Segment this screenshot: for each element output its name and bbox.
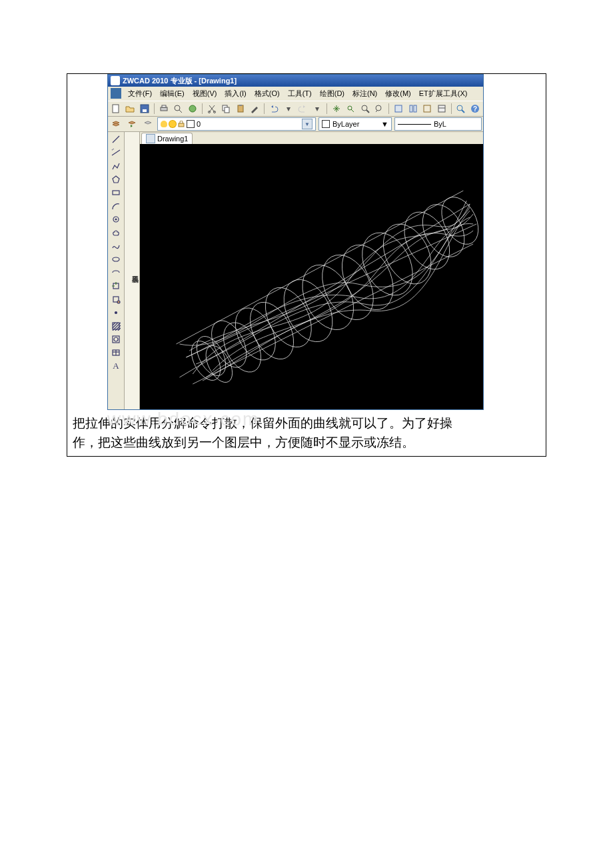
new-icon[interactable]	[109, 102, 123, 115]
tool-palettes-icon[interactable]	[420, 102, 434, 115]
svg-point-36	[115, 219, 117, 220]
svg-rect-34	[113, 191, 119, 195]
xline-icon[interactable]	[110, 147, 122, 159]
layer-prev-icon[interactable]	[125, 117, 139, 131]
separator	[154, 103, 155, 114]
ellipse-arc-icon[interactable]	[110, 267, 122, 279]
polygon-icon[interactable]	[110, 173, 122, 185]
zoom-icon[interactable]	[454, 102, 468, 115]
menu-view[interactable]: 视图(V)	[189, 88, 221, 99]
help-icon[interactable]: ?	[468, 102, 482, 115]
draw-toolbar: A	[108, 132, 125, 409]
point-icon[interactable]	[110, 307, 122, 319]
undo-icon[interactable]	[267, 102, 281, 115]
circle-icon[interactable]	[110, 213, 122, 225]
preview-icon[interactable]	[171, 102, 185, 115]
workspace: A 工具选项板 Drawing1	[108, 132, 483, 409]
drawing-viewport[interactable]	[140, 144, 483, 409]
layer-color-icon	[187, 120, 195, 128]
svg-point-61	[292, 256, 364, 339]
svg-point-57	[227, 301, 284, 367]
zoom-prev-icon[interactable]	[373, 102, 386, 115]
separator	[326, 103, 327, 114]
ellipse-icon[interactable]	[110, 253, 122, 265]
spline-icon[interactable]	[110, 240, 122, 252]
window-title: ZWCAD 2010 专业版 - [Drawing1]	[123, 75, 237, 87]
region-icon[interactable]	[110, 333, 122, 345]
svg-line-15	[351, 109, 354, 112]
copy-icon[interactable]	[219, 102, 233, 115]
svg-point-16	[362, 105, 367, 111]
menu-draw[interactable]: 绘图(D)	[316, 88, 348, 99]
paste-icon[interactable]	[234, 102, 247, 115]
menu-format[interactable]: 格式(O)	[251, 88, 284, 99]
standard-toolbar: ▾ ▾ ?	[108, 101, 483, 117]
redo-drop-icon[interactable]: ▾	[310, 102, 324, 115]
menu-insert[interactable]: 插入(I)	[221, 88, 250, 99]
zoom-window-icon[interactable]	[358, 102, 372, 115]
matchprop-icon[interactable]	[249, 102, 262, 115]
open-icon[interactable]	[124, 102, 137, 115]
line-icon[interactable]	[110, 133, 122, 145]
layer-on-icon	[161, 121, 167, 127]
menu-file[interactable]: 文件(F)	[124, 88, 156, 99]
tool-palette-strip[interactable]: 工具选项板	[125, 132, 140, 409]
mtext-icon[interactable]: A	[110, 360, 122, 372]
chevron-down-icon[interactable]: ▼	[302, 119, 312, 129]
make-block-icon[interactable]	[110, 293, 122, 305]
caption-line2: 作，把这些曲线放到另一个图层中，方便随时不显示或冻结。	[73, 435, 414, 449]
svg-point-40	[117, 301, 120, 303]
menu-modify[interactable]: 修改(M)	[381, 88, 415, 99]
svg-point-44	[114, 337, 118, 341]
revcloud-icon[interactable]	[110, 227, 122, 239]
pan-icon[interactable]	[330, 102, 343, 115]
document-tabs: Drawing1	[140, 132, 483, 144]
svg-rect-11	[225, 107, 229, 113]
svg-point-53	[191, 331, 231, 380]
svg-point-18	[376, 105, 381, 111]
menu-tools[interactable]: 工具(T)	[284, 88, 316, 99]
menu-edit[interactable]: 编辑(E)	[156, 88, 189, 99]
document-cell: ZWCAD 2010 专业版 - [Drawing1] 文件(F) 编辑(E) …	[67, 73, 546, 457]
document-icon	[146, 134, 155, 143]
app-menu-icon[interactable]	[111, 88, 121, 99]
svg-line-49	[186, 224, 476, 357]
svg-line-6	[179, 110, 182, 113]
insert-block-icon[interactable]	[110, 280, 122, 292]
color-dropdown[interactable]: ByLayer ▼	[318, 117, 392, 131]
svg-point-59	[256, 280, 320, 355]
layer-dropdown[interactable]: 0 ▼	[157, 117, 316, 131]
layer-lock-icon	[178, 121, 185, 127]
svg-line-32	[112, 149, 114, 150]
layer-freeze-icon	[169, 121, 176, 127]
svg-point-63	[332, 236, 404, 319]
publish-icon[interactable]	[186, 102, 199, 115]
rectangle-icon[interactable]	[110, 187, 122, 199]
linetype-dropdown[interactable]: ByL	[394, 117, 482, 131]
layer-states-icon[interactable]	[141, 117, 155, 131]
properties-icon[interactable]	[392, 102, 405, 115]
zoom-realtime-icon[interactable]	[344, 102, 357, 115]
save-icon[interactable]	[138, 102, 151, 115]
document-tab[interactable]: Drawing1	[141, 133, 193, 144]
menubar: 文件(F) 编辑(E) 视图(V) 插入(I) 格式(O) 工具(T) 绘图(D…	[108, 87, 483, 101]
arc-icon[interactable]	[110, 200, 122, 212]
table-icon[interactable]	[110, 347, 122, 359]
calc-icon[interactable]	[435, 102, 448, 115]
svg-line-31	[112, 150, 120, 155]
layer-manager-icon[interactable]	[109, 117, 123, 131]
menu-dim[interactable]: 标注(N)	[348, 88, 381, 99]
undo-drop-icon[interactable]: ▾	[282, 102, 295, 115]
print-icon[interactable]	[157, 102, 171, 115]
polyline-icon[interactable]	[110, 160, 122, 172]
redo-icon[interactable]	[296, 102, 309, 115]
design-center-icon[interactable]	[406, 102, 420, 115]
hatch-icon[interactable]	[110, 320, 122, 332]
cut-icon[interactable]	[205, 102, 219, 115]
svg-line-17	[366, 110, 369, 113]
svg-rect-22	[424, 105, 430, 112]
menu-et[interactable]: ET扩展工具(X)	[415, 88, 472, 99]
chevron-down-icon[interactable]: ▼	[381, 120, 388, 128]
svg-rect-21	[414, 105, 416, 112]
svg-rect-2	[143, 109, 147, 112]
